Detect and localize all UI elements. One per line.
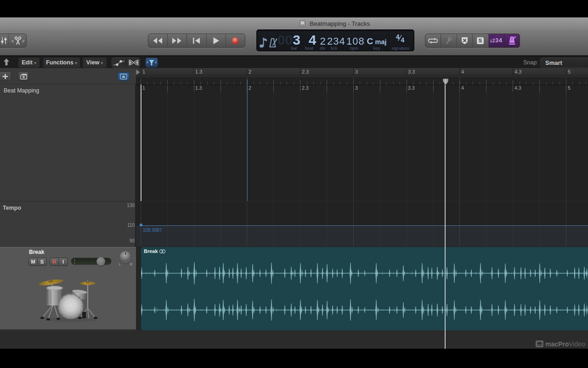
svg-text:L: L (119, 263, 121, 266)
svg-text:R: R (130, 263, 132, 266)
